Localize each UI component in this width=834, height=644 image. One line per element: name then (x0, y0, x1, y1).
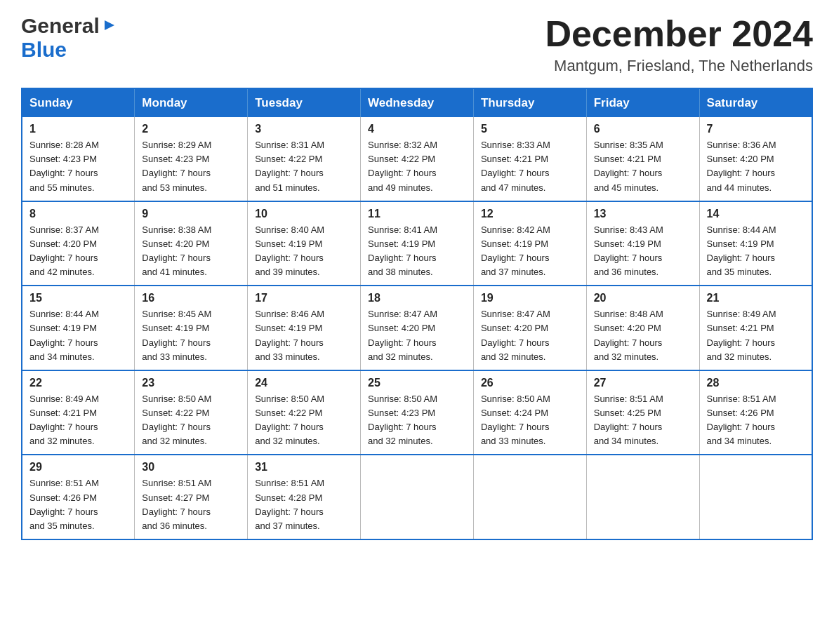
table-row: 12 Sunrise: 8:42 AM Sunset: 4:19 PM Dayl… (473, 201, 586, 286)
day-info: Sunrise: 8:40 AM Sunset: 4:19 PM Dayligh… (255, 223, 353, 280)
day-info: Sunrise: 8:47 AM Sunset: 4:20 PM Dayligh… (481, 307, 579, 364)
day-info: Sunrise: 8:33 AM Sunset: 4:21 PM Dayligh… (481, 138, 579, 195)
table-row: 6 Sunrise: 8:35 AM Sunset: 4:21 PM Dayli… (586, 117, 699, 201)
day-info: Sunrise: 8:44 AM Sunset: 4:19 PM Dayligh… (707, 223, 805, 280)
table-row: 2 Sunrise: 8:29 AM Sunset: 4:23 PM Dayli… (135, 117, 248, 201)
col-sunday: Sunday (22, 88, 135, 117)
logo-arrow-icon (102, 18, 117, 33)
logo: General Blue (21, 14, 117, 62)
table-row: 10 Sunrise: 8:40 AM Sunset: 4:19 PM Dayl… (248, 201, 361, 286)
day-info: Sunrise: 8:47 AM Sunset: 4:20 PM Dayligh… (368, 307, 466, 364)
title-block: December 2024 Mantgum, Friesland, The Ne… (545, 14, 813, 75)
day-number: 8 (29, 208, 127, 220)
table-row: 7 Sunrise: 8:36 AM Sunset: 4:20 PM Dayli… (699, 117, 812, 201)
day-number: 22 (29, 377, 127, 389)
day-number: 28 (707, 377, 805, 389)
day-number: 15 (29, 292, 127, 304)
table-row: 21 Sunrise: 8:49 AM Sunset: 4:21 PM Dayl… (699, 286, 812, 370)
day-info: Sunrise: 8:35 AM Sunset: 4:21 PM Dayligh… (594, 138, 692, 195)
table-row (473, 455, 586, 539)
table-row: 4 Sunrise: 8:32 AM Sunset: 4:22 PM Dayli… (361, 117, 474, 201)
table-row: 5 Sunrise: 8:33 AM Sunset: 4:21 PM Dayli… (473, 117, 586, 201)
table-row: 1 Sunrise: 8:28 AM Sunset: 4:23 PM Dayli… (22, 117, 135, 201)
calendar-week-row: 15 Sunrise: 8:44 AM Sunset: 4:19 PM Dayl… (22, 286, 812, 370)
day-info: Sunrise: 8:36 AM Sunset: 4:20 PM Dayligh… (707, 138, 805, 195)
table-row: 18 Sunrise: 8:47 AM Sunset: 4:20 PM Dayl… (361, 286, 474, 370)
table-row: 31 Sunrise: 8:51 AM Sunset: 4:28 PM Dayl… (248, 455, 361, 539)
day-info: Sunrise: 8:29 AM Sunset: 4:23 PM Dayligh… (142, 138, 240, 195)
calendar-week-row: 1 Sunrise: 8:28 AM Sunset: 4:23 PM Dayli… (22, 117, 812, 201)
day-number: 9 (142, 208, 240, 220)
table-row: 20 Sunrise: 8:48 AM Sunset: 4:20 PM Dayl… (586, 286, 699, 370)
day-info: Sunrise: 8:51 AM Sunset: 4:28 PM Dayligh… (255, 476, 353, 533)
day-info: Sunrise: 8:31 AM Sunset: 4:22 PM Dayligh… (255, 138, 353, 195)
table-row: 11 Sunrise: 8:41 AM Sunset: 4:19 PM Dayl… (361, 201, 474, 286)
day-number: 20 (594, 292, 692, 304)
col-friday: Friday (586, 88, 699, 117)
svg-marker-0 (105, 20, 114, 30)
day-info: Sunrise: 8:48 AM Sunset: 4:20 PM Dayligh… (594, 307, 692, 364)
day-info: Sunrise: 8:51 AM Sunset: 4:26 PM Dayligh… (29, 476, 127, 533)
table-row: 27 Sunrise: 8:51 AM Sunset: 4:25 PM Dayl… (586, 370, 699, 455)
table-row (361, 455, 474, 539)
table-row: 22 Sunrise: 8:49 AM Sunset: 4:21 PM Dayl… (22, 370, 135, 455)
page-header: General Blue December 2024 Mantgum, Frie… (21, 14, 813, 75)
table-row: 25 Sunrise: 8:50 AM Sunset: 4:23 PM Dayl… (361, 370, 474, 455)
table-row: 28 Sunrise: 8:51 AM Sunset: 4:26 PM Dayl… (699, 370, 812, 455)
day-info: Sunrise: 8:50 AM Sunset: 4:23 PM Dayligh… (368, 392, 466, 449)
day-info: Sunrise: 8:50 AM Sunset: 4:22 PM Dayligh… (255, 392, 353, 449)
day-info: Sunrise: 8:37 AM Sunset: 4:20 PM Dayligh… (29, 223, 127, 280)
table-row: 30 Sunrise: 8:51 AM Sunset: 4:27 PM Dayl… (135, 455, 248, 539)
day-info: Sunrise: 8:43 AM Sunset: 4:19 PM Dayligh… (594, 223, 692, 280)
day-info: Sunrise: 8:28 AM Sunset: 4:23 PM Dayligh… (29, 138, 127, 195)
day-number: 1 (29, 123, 127, 135)
day-info: Sunrise: 8:44 AM Sunset: 4:19 PM Dayligh… (29, 307, 127, 364)
day-number: 17 (255, 292, 353, 304)
day-number: 14 (707, 208, 805, 220)
day-info: Sunrise: 8:38 AM Sunset: 4:20 PM Dayligh… (142, 223, 240, 280)
table-row: 19 Sunrise: 8:47 AM Sunset: 4:20 PM Dayl… (473, 286, 586, 370)
day-number: 30 (142, 461, 240, 474)
day-number: 3 (255, 123, 353, 135)
table-row: 3 Sunrise: 8:31 AM Sunset: 4:22 PM Dayli… (248, 117, 361, 201)
day-info: Sunrise: 8:51 AM Sunset: 4:25 PM Dayligh… (594, 392, 692, 449)
day-number: 13 (594, 208, 692, 220)
day-info: Sunrise: 8:49 AM Sunset: 4:21 PM Dayligh… (29, 392, 127, 449)
day-info: Sunrise: 8:46 AM Sunset: 4:19 PM Dayligh… (255, 307, 353, 364)
col-wednesday: Wednesday (361, 88, 474, 117)
logo-general-text: General (21, 14, 100, 38)
location-subtitle: Mantgum, Friesland, The Netherlands (545, 57, 813, 75)
table-row (699, 455, 812, 539)
day-info: Sunrise: 8:32 AM Sunset: 4:22 PM Dayligh… (368, 138, 466, 195)
day-info: Sunrise: 8:50 AM Sunset: 4:24 PM Dayligh… (481, 392, 579, 449)
day-info: Sunrise: 8:45 AM Sunset: 4:19 PM Dayligh… (142, 307, 240, 364)
calendar-header-row: Sunday Monday Tuesday Wednesday Thursday… (22, 88, 812, 117)
day-info: Sunrise: 8:49 AM Sunset: 4:21 PM Dayligh… (707, 307, 805, 364)
day-info: Sunrise: 8:42 AM Sunset: 4:19 PM Dayligh… (481, 223, 579, 280)
day-number: 7 (707, 123, 805, 135)
day-number: 10 (255, 208, 353, 220)
day-number: 6 (594, 123, 692, 135)
logo-blue-text: Blue (21, 38, 67, 61)
day-number: 5 (481, 123, 579, 135)
day-number: 12 (481, 208, 579, 220)
day-number: 25 (368, 377, 466, 389)
table-row: 16 Sunrise: 8:45 AM Sunset: 4:19 PM Dayl… (135, 286, 248, 370)
table-row: 29 Sunrise: 8:51 AM Sunset: 4:26 PM Dayl… (22, 455, 135, 539)
month-title: December 2024 (545, 14, 813, 54)
day-number: 23 (142, 377, 240, 389)
table-row: 17 Sunrise: 8:46 AM Sunset: 4:19 PM Dayl… (248, 286, 361, 370)
col-tuesday: Tuesday (248, 88, 361, 117)
table-row: 15 Sunrise: 8:44 AM Sunset: 4:19 PM Dayl… (22, 286, 135, 370)
table-row: 24 Sunrise: 8:50 AM Sunset: 4:22 PM Dayl… (248, 370, 361, 455)
day-info: Sunrise: 8:51 AM Sunset: 4:26 PM Dayligh… (707, 392, 805, 449)
table-row: 8 Sunrise: 8:37 AM Sunset: 4:20 PM Dayli… (22, 201, 135, 286)
col-thursday: Thursday (473, 88, 586, 117)
day-number: 4 (368, 123, 466, 135)
col-monday: Monday (135, 88, 248, 117)
day-number: 27 (594, 377, 692, 389)
day-number: 26 (481, 377, 579, 389)
day-number: 16 (142, 292, 240, 304)
calendar-week-row: 29 Sunrise: 8:51 AM Sunset: 4:26 PM Dayl… (22, 455, 812, 539)
day-number: 19 (481, 292, 579, 304)
